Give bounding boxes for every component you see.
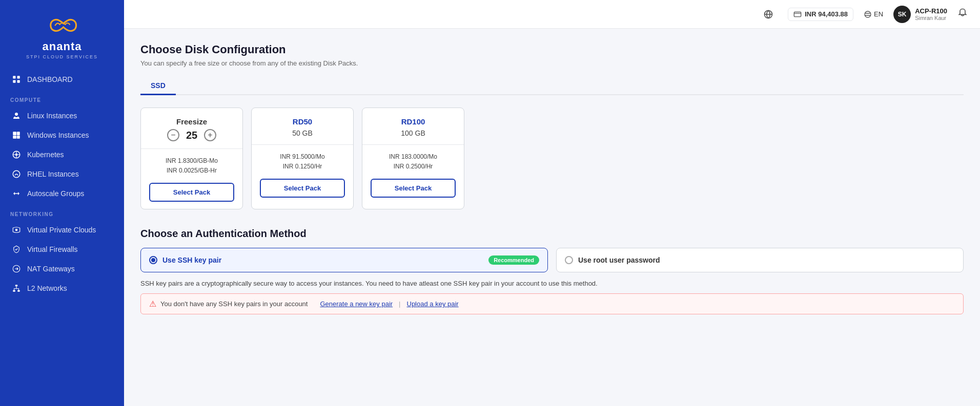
sidebar-item-linux-label: Linux Instances	[27, 112, 77, 120]
sidebar-section-compute: COMPUTE	[0, 89, 124, 106]
disk-packs-row: Freesize − 25 + INR 1.8300/GB-Mo INR 0.0…	[140, 108, 964, 209]
sidebar-item-firewalls-label: Virtual Firewalls	[27, 245, 78, 253]
disk-pack-rd50-size: 50 GB	[260, 129, 345, 137]
kubernetes-icon	[12, 150, 21, 159]
freesize-controls: − 25 +	[149, 129, 234, 141]
select-pack-rd50-btn[interactable]: Select Pack	[260, 179, 345, 198]
upload-key-link[interactable]: Upload a key pair	[407, 300, 459, 308]
svg-rect-23	[794, 12, 801, 16]
svg-rect-0	[13, 76, 15, 78]
freesize-increment-btn[interactable]: +	[204, 129, 216, 141]
disk-pack-freesize-bottom: INR 1.8300/GB-Mo INR 0.0025/GB-Hr Select…	[141, 149, 242, 209]
generate-key-link[interactable]: Generate a new key pair	[320, 300, 393, 308]
freesize-price1: INR 1.8300/GB-Mo	[149, 156, 234, 166]
disk-pack-rd50-bottom: INR 91.5000/Mo INR 0.1250/Hr Select Pack	[252, 145, 353, 205]
svg-rect-6	[17, 132, 20, 135]
sidebar-section-networking: NETWORKING	[0, 203, 124, 220]
windows-icon	[12, 131, 21, 140]
disk-pack-rd50: RD50 50 GB INR 91.5000/Mo INR 0.1250/Hr …	[251, 108, 354, 209]
sidebar-item-linux-instances[interactable]: Linux Instances	[0, 106, 124, 125]
svg-point-16	[15, 229, 18, 231]
disk-pack-rd100-top: RD100 100 GB	[362, 108, 464, 145]
linux-icon	[12, 111, 21, 120]
sidebar-item-l2-networks[interactable]: L2 Networks	[0, 279, 124, 298]
disk-pack-rd100-size: 100 GB	[371, 129, 456, 137]
sidebar-item-autoscale-groups[interactable]: Autoscale Groups	[0, 184, 124, 203]
sidebar-item-kubernetes[interactable]: Kubernetes	[0, 145, 124, 164]
freesize-decrement-btn[interactable]: −	[167, 129, 179, 141]
auth-password-label: Use root user password	[578, 256, 660, 264]
svg-rect-8	[17, 136, 20, 139]
sidebar-item-vpc-label: Virtual Private Clouds	[27, 226, 96, 234]
rd50-price1: INR 91.5000/Mo	[260, 152, 345, 162]
sidebar-item-rhel-label: RHEL Instances	[27, 170, 79, 178]
disk-pack-freesize: Freesize − 25 + INR 1.8300/GB-Mo INR 0.0…	[140, 108, 243, 209]
freesize-price2: INR 0.0025/GB-Hr	[149, 166, 234, 176]
rd50-price2: INR 0.1250/Hr	[260, 162, 345, 172]
sidebar-item-rhel-instances[interactable]: RHEL Instances	[0, 164, 124, 184]
select-pack-freesize-btn[interactable]: Select Pack	[149, 183, 234, 202]
page-title: Choose Disk Configuration	[140, 43, 964, 56]
auth-options-row: Use SSH key pair Recommended Use root us…	[140, 248, 964, 272]
svg-rect-7	[13, 136, 16, 139]
svg-rect-2	[13, 80, 15, 83]
auth-ssh-label: Use SSH key pair	[162, 256, 221, 264]
vpc-icon	[12, 225, 21, 234]
auth-option-ssh[interactable]: Use SSH key pair Recommended	[140, 248, 548, 272]
svg-rect-18	[15, 285, 18, 286]
sidebar-item-vpc[interactable]: Virtual Private Clouds	[0, 220, 124, 240]
warning-box: ⚠ You don't have any SSH key pairs in yo…	[140, 293, 964, 314]
auth-section-title: Choose an Authentication Method	[140, 228, 964, 240]
sidebar-item-dashboard[interactable]: DASHBOARD	[0, 70, 124, 89]
header-user-menu[interactable]: SK ACP-R100 Simran Kaur	[893, 6, 947, 23]
lang-label: EN	[874, 10, 883, 18]
page-subtitle: You can specify a free size or choose fr…	[140, 59, 964, 67]
radio-password	[565, 256, 573, 264]
sidebar-item-virtual-firewalls[interactable]: Virtual Firewalls	[0, 240, 124, 259]
sidebar-item-windows-instances[interactable]: Windows Instances	[0, 125, 124, 145]
content-area: Choose Disk Configuration You can specif…	[124, 29, 980, 406]
sidebar-logo-area: ananta STPI CLOUD SERVICES	[0, 0, 124, 70]
notification-bell[interactable]	[957, 8, 968, 20]
header-lang-selector[interactable]: EN	[864, 10, 883, 18]
sidebar-item-dashboard-label: DASHBOARD	[27, 75, 73, 83]
select-pack-rd100-btn[interactable]: Select Pack	[371, 179, 456, 198]
rhel-icon	[12, 169, 21, 179]
logo-subtext: STPI CLOUD SERVICES	[26, 54, 98, 59]
freesize-value: 25	[185, 130, 199, 141]
user-name: ACP-R100	[915, 7, 947, 15]
tab-ssd[interactable]: SSD	[140, 77, 176, 95]
logo-text: ananta	[43, 40, 82, 53]
svg-rect-5	[13, 132, 16, 135]
dashboard-icon	[12, 75, 21, 84]
sidebar-item-autoscale-label: Autoscale Groups	[27, 189, 84, 198]
l2-icon	[12, 284, 21, 293]
sidebar-item-nat-gateways[interactable]: NAT Gateways	[0, 259, 124, 279]
disk-tabs: SSD	[140, 77, 964, 95]
sidebar: ananta STPI CLOUD SERVICES DASHBOARD COM…	[0, 0, 124, 406]
disk-pack-freesize-name: Freesize	[149, 117, 234, 126]
svg-point-24	[865, 11, 871, 17]
user-subtitle: Simran Kaur	[915, 15, 947, 21]
disk-pack-rd100-bottom: INR 183.0000/Mo INR 0.2500/Hr Select Pac…	[362, 145, 464, 205]
auth-description: SSH key pairs are a cryptographically se…	[140, 280, 964, 287]
header: INR 94,403.88 EN SK ACP-R100 Simran Kaur	[124, 0, 980, 29]
main-area: INR 94,403.88 EN SK ACP-R100 Simran Kaur…	[124, 0, 980, 406]
recommended-badge: Recommended	[488, 255, 539, 265]
disk-pack-rd100: RD100 100 GB INR 183.0000/Mo INR 0.2500/…	[362, 108, 464, 209]
rd100-price1: INR 183.0000/Mo	[371, 152, 456, 162]
globe-btn[interactable]	[759, 5, 778, 24]
svg-rect-3	[17, 80, 20, 83]
sidebar-item-windows-label: Windows Instances	[27, 131, 89, 139]
header-balance: INR 94,403.88	[788, 8, 853, 21]
svg-rect-19	[13, 290, 15, 292]
nat-icon	[12, 264, 21, 273]
auth-option-password[interactable]: Use root user password	[556, 248, 964, 272]
disk-pack-freesize-top: Freesize − 25 +	[141, 108, 242, 149]
autoscale-icon	[12, 189, 21, 198]
disk-pack-rd50-name: RD50	[260, 117, 345, 126]
balance-amount: INR 94,403.88	[805, 10, 848, 18]
sidebar-item-kubernetes-label: Kubernetes	[27, 151, 64, 159]
disk-pack-rd100-name: RD100	[371, 117, 456, 126]
svg-point-10	[15, 154, 18, 156]
